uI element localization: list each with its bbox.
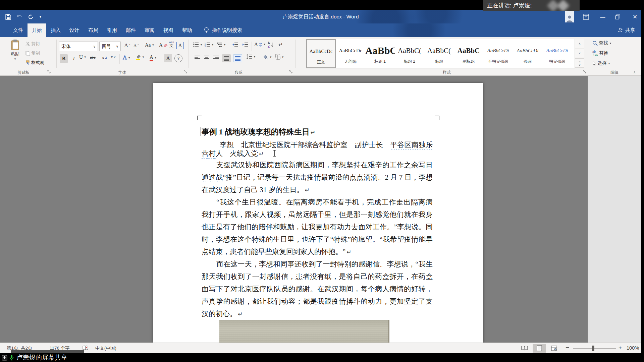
style-无间隔[interactable]: AaBbCcDc无间隔 [336, 39, 365, 68]
screen-share-icon[interactable] [2, 355, 7, 361]
microphone-icon[interactable] [9, 355, 14, 361]
justify-button[interactable] [222, 54, 231, 62]
paste-button[interactable]: 粘贴 ▼ [7, 40, 23, 61]
tab-邮件[interactable]: 邮件 [121, 23, 140, 37]
copy-button[interactable]: 复制 [25, 50, 40, 56]
styles-scroll-down-button[interactable]: ∨ [575, 49, 584, 58]
cut-button[interactable]: 剪切 [25, 41, 40, 47]
tab-file[interactable]: 文件 [9, 23, 28, 37]
tab-引用[interactable]: 引用 [103, 23, 121, 37]
zoom-percentage[interactable]: 100% [627, 343, 639, 354]
align-center-button[interactable] [204, 56, 209, 60]
asian-layout-button[interactable]: A ▼ [254, 42, 266, 47]
bullets-button[interactable]: ▼ [193, 42, 203, 47]
style-标题 2[interactable]: AaBbC(标题 2 [395, 39, 424, 68]
style-sample: AaBbCcDi [483, 44, 513, 57]
change-case-button[interactable]: Aa▼ [145, 42, 154, 48]
read-mode-button[interactable] [518, 344, 531, 353]
tab-帮助[interactable]: 帮助 [178, 23, 197, 37]
tab-审阅[interactable]: 审阅 [140, 23, 159, 37]
shading-button[interactable]: ▼ [262, 54, 272, 60]
document-text-line: 而在这一天，李想和同事还收到了一封特别的感谢信。李想说，“我生日 [216, 259, 433, 269]
tab-布局[interactable]: 布局 [84, 23, 103, 37]
collapse-ribbon-icon[interactable]: ∧ [633, 70, 636, 74]
style-sample: AaBbCcDi [513, 44, 542, 57]
document-text-line: “我这个生日很温暖。在隔离病房不能看手机，完成工作走出隔离病房， [216, 197, 433, 207]
style-强调[interactable]: AaBbCcDi强调 [513, 39, 542, 68]
shrink-font-button[interactable]: Aˇ [133, 43, 139, 48]
format-painter-button[interactable]: 格式刷 [25, 60, 44, 66]
zoom-in-button[interactable]: + [619, 343, 622, 353]
style-副标题[interactable]: AaBbC副标题 [454, 39, 483, 68]
sort-button[interactable]: AZ [268, 42, 273, 48]
clipboard-dialog-launcher[interactable] [47, 70, 51, 74]
style-明显强调[interactable]: AaBbCcDi明显强调 [542, 39, 572, 68]
document-text-line: 面写下了对北京医疗队队员的感谢。在武汉期间，每个病人病情的好转，每一 [202, 284, 433, 294]
decrease-indent-button[interactable] [232, 42, 238, 47]
line-spacing-button[interactable]: ▼ [246, 54, 256, 59]
styles-dialog-launcher[interactable] [583, 70, 587, 74]
show-marks-button[interactable]: ↵ [278, 42, 283, 48]
zoom-slider[interactable] [573, 348, 616, 349]
paragraph-dialog-launcher[interactable] [289, 70, 293, 74]
highlight-color-button[interactable]: ▼ [136, 54, 145, 60]
find-button[interactable]: 查找▼ [592, 40, 612, 46]
style-不明显强调[interactable]: AaBbCcDi不明显强调 [483, 39, 513, 68]
group-separator [295, 40, 296, 68]
grow-font-button[interactable]: Aˆ [124, 42, 130, 49]
style-标题 1[interactable]: AaBbC标题 1 [365, 39, 395, 68]
clear-formatting-button[interactable]: A [159, 42, 168, 48]
language-indicator[interactable]: 中文(中国) [95, 343, 116, 354]
ribbon-display-options-icon[interactable] [583, 14, 590, 20]
text-run: “疫”日记，记录每一天抗击疫情最前沿的点点滴滴。2 月 7 日，李想 [223, 173, 433, 181]
tab-插入[interactable]: 插入 [46, 23, 65, 37]
styles-scroll-up-button[interactable]: ∧ [575, 39, 584, 48]
style-正文[interactable]: AaBbCcDc正文 [306, 39, 336, 68]
tab-视图[interactable]: 视图 [159, 23, 178, 37]
web-layout-button[interactable] [547, 344, 561, 353]
minimize-button[interactable]: — [599, 14, 606, 20]
align-left-button[interactable] [195, 56, 200, 60]
strikethrough-button[interactable]: abc [90, 55, 96, 60]
grammar-flagged-text: 营村 [202, 149, 216, 158]
style-标题[interactable]: AaBbC(标题 [424, 39, 454, 68]
restore-button[interactable] [615, 14, 623, 19]
font-name-combo[interactable]: 宋体∨ [59, 42, 98, 51]
zoom-out-button[interactable]: − [566, 342, 569, 353]
font-dialog-launcher[interactable] [184, 70, 187, 74]
title-bar: ▼ 卢崇煜党日活动发言.docx - Word — ✕ [0, 10, 641, 23]
bold-button[interactable]: B [60, 54, 68, 63]
align-right-button[interactable] [213, 56, 219, 60]
editing-group-label: 编辑 [610, 70, 619, 75]
character-border-button[interactable]: A [176, 42, 184, 49]
font-size-combo[interactable]: 四号∨ [99, 42, 121, 51]
subscript-button[interactable]: x2 [102, 55, 107, 60]
italic-button[interactable]: I [70, 54, 77, 63]
tell-me-search[interactable]: 操作说明搜索 [204, 23, 242, 37]
close-button[interactable]: ✕ [631, 13, 639, 20]
styles-more-button[interactable]: ≡∨ [575, 58, 584, 68]
superscript-button[interactable]: x2 [111, 54, 116, 60]
underline-button[interactable]: U▼ [79, 54, 87, 60]
increase-indent-button[interactable] [242, 42, 248, 47]
multilevel-list-button[interactable]: ▼ [217, 42, 226, 47]
font-color-button[interactable]: A▼ [150, 54, 157, 61]
tab-设计[interactable]: 设计 [65, 23, 84, 37]
zoom-slider-handle[interactable] [592, 346, 594, 351]
character-shading-button[interactable]: A [164, 54, 172, 62]
distribute-button[interactable] [233, 54, 242, 62]
document-page[interactable]: 事例 1 战地玫瑰李想的特殊生日↵ 李想 北京世纪坛医院干部综合科监护室 副护士… [153, 83, 483, 343]
print-layout-button[interactable] [533, 344, 546, 353]
tab-开始[interactable]: 开始 [28, 23, 46, 37]
scrollbar-area[interactable] [588, 76, 641, 343]
account-avatar[interactable] [565, 11, 574, 22]
text-effects-button[interactable]: A▼ [123, 54, 130, 61]
numbering-button[interactable]: 123▼ [205, 42, 214, 47]
phonetic-guide-button[interactable]: wén 文 [169, 41, 174, 48]
select-button[interactable]: 选择▼ [592, 60, 610, 66]
share-button[interactable]: 共享 [618, 23, 635, 37]
borders-button[interactable]: ▼ [275, 54, 284, 60]
replace-button[interactable]: ab↳ac 替换 [592, 50, 608, 56]
document-inline-image[interactable] [219, 320, 389, 343]
enclose-characters-button[interactable]: 字 [174, 54, 182, 62]
